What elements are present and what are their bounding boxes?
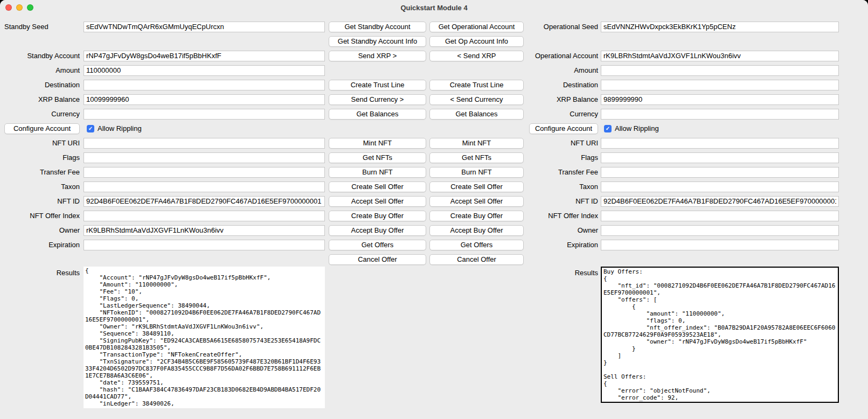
- get-nfts-left-button[interactable]: Get NFTs: [329, 152, 426, 163]
- minimize-button[interactable]: [16, 4, 23, 11]
- checkbox-checked-icon[interactable]: ✓: [87, 125, 94, 132]
- standby-amount-input[interactable]: [84, 65, 325, 76]
- form-area: Standby Seed Get Standby Account Get Ope…: [0, 15, 868, 408]
- get-standby-account-info-button[interactable]: Get Standby Account Info: [329, 36, 426, 47]
- row-flags: Flags Get NFTs Get NFTs Flags: [0, 150, 868, 165]
- operational-owner-input[interactable]: [601, 225, 839, 236]
- row-nft-offer-index: NFT Offer Index Create Buy Offer Create …: [0, 208, 868, 223]
- row-account-info: Get Standby Account Info Get Op Account …: [0, 34, 868, 48]
- operational-transfer-fee-label: Transfer Fee: [529, 168, 598, 176]
- get-balances-left-button[interactable]: Get Balances: [329, 109, 426, 120]
- operational-amount-input[interactable]: [601, 65, 839, 76]
- send-xrp-right-button[interactable]: Send XRP >: [329, 51, 426, 61]
- operational-seed-input[interactable]: [601, 22, 839, 32]
- row-configure: Configure Account ✓ Allow Rippling Confi…: [0, 121, 868, 136]
- operational-results-textarea[interactable]: Buy Offers: { "nft_id": "0008271092D4B6F…: [601, 267, 839, 403]
- operational-allow-rippling-checkbox[interactable]: ✓ Allow Rippling: [601, 124, 839, 132]
- standby-results-label: Results: [4, 269, 80, 277]
- standby-transfer-fee-label: Transfer Fee: [4, 168, 80, 176]
- checkbox-checked-icon[interactable]: ✓: [604, 125, 612, 132]
- row-nft-id: NFT ID Accept Sell Offer Accept Sell Off…: [0, 194, 868, 208]
- row-taxon: Taxon Create Sell Offer Create Sell Offe…: [0, 179, 868, 194]
- standby-balance-label: XRP Balance: [4, 95, 80, 103]
- get-balances-right-button[interactable]: Get Balances: [429, 109, 524, 120]
- standby-destination-input[interactable]: [84, 80, 325, 90]
- standby-offer-index-input[interactable]: [84, 211, 325, 221]
- accept-buy-offer-left-button[interactable]: Accept Buy Offer: [329, 225, 426, 236]
- operational-configure-account-button[interactable]: Configure Account: [529, 123, 598, 134]
- row-destination: Destination Create Trust Line Create Tru…: [0, 78, 868, 92]
- window-title: Quickstart Module 4: [400, 4, 467, 12]
- operational-flags-label: Flags: [529, 153, 598, 162]
- standby-allow-rippling-label: Allow Rippling: [98, 124, 142, 132]
- operational-taxon-label: Taxon: [529, 183, 598, 191]
- create-trust-line-right-button[interactable]: Create Trust Line: [429, 80, 524, 90]
- send-xrp-left-button[interactable]: < Send XRP: [429, 51, 524, 61]
- cancel-offer-left-button[interactable]: Cancel Offer: [329, 254, 426, 265]
- row-nft-uri: NFT URI Mint NFT Mint NFT NFT URI: [0, 136, 868, 150]
- get-offers-right-button[interactable]: Get Offers: [429, 240, 524, 250]
- operational-allow-rippling-label: Allow Rippling: [615, 124, 659, 132]
- standby-transfer-fee-input[interactable]: [84, 167, 325, 178]
- operational-account-input[interactable]: [601, 51, 839, 61]
- accept-sell-offer-left-button[interactable]: Accept Sell Offer: [329, 196, 426, 207]
- operational-nft-id-input[interactable]: [601, 196, 839, 207]
- traffic-lights: [5, 4, 33, 11]
- operational-nft-uri-label: NFT URI: [529, 139, 598, 147]
- standby-results-textarea[interactable]: { "Account": "rNP47gJFvDyW8gsDo4weB17if5…: [84, 267, 325, 408]
- standby-seed-input[interactable]: [84, 22, 325, 32]
- standby-flags-input[interactable]: [84, 152, 325, 163]
- operational-balance-input[interactable]: [601, 94, 839, 105]
- create-buy-offer-left-button[interactable]: Create Buy Offer: [329, 211, 426, 221]
- standby-amount-label: Amount: [4, 66, 80, 74]
- operational-offer-index-input[interactable]: [601, 211, 839, 221]
- row-seed: Standby Seed Get Standby Account Get Ope…: [0, 19, 868, 34]
- operational-nft-id-label: NFT ID: [529, 197, 598, 205]
- operational-amount-label: Amount: [529, 66, 598, 74]
- create-buy-offer-right-button[interactable]: Create Buy Offer: [429, 211, 524, 221]
- standby-configure-account-button[interactable]: Configure Account: [4, 123, 80, 134]
- standby-taxon-input[interactable]: [84, 181, 325, 192]
- create-trust-line-left-button[interactable]: Create Trust Line: [329, 80, 426, 90]
- app-window: Quickstart Module 4 Standby Seed Get Sta…: [0, 0, 868, 419]
- get-op-account-info-button[interactable]: Get Op Account Info: [429, 36, 524, 47]
- standby-seed-label: Standby Seed: [4, 23, 80, 31]
- accept-sell-offer-right-button[interactable]: Accept Sell Offer: [429, 196, 524, 207]
- accept-buy-offer-right-button[interactable]: Accept Buy Offer: [429, 225, 524, 236]
- get-nfts-right-button[interactable]: Get NFTs: [429, 152, 524, 163]
- operational-expiration-input[interactable]: [601, 240, 839, 250]
- standby-expiration-input[interactable]: [84, 240, 325, 250]
- operational-taxon-input[interactable]: [601, 181, 839, 192]
- create-sell-offer-left-button[interactable]: Create Sell Offer: [329, 181, 426, 192]
- operational-owner-label: Owner: [529, 226, 598, 234]
- cancel-offer-right-button[interactable]: Cancel Offer: [429, 254, 524, 265]
- standby-allow-rippling-checkbox[interactable]: ✓ Allow Rippling: [84, 124, 325, 132]
- operational-transfer-fee-input[interactable]: [601, 167, 839, 178]
- burn-nft-right-button[interactable]: Burn NFT: [429, 167, 524, 178]
- operational-offer-index-label: NFT Offer Index: [529, 212, 598, 220]
- create-sell-offer-right-button[interactable]: Create Sell Offer: [429, 181, 524, 192]
- send-currency-left-button[interactable]: < Send Currency: [429, 94, 524, 105]
- standby-currency-input[interactable]: [84, 109, 325, 120]
- close-button[interactable]: [5, 4, 12, 11]
- get-standby-account-button[interactable]: Get Standby Account: [329, 22, 426, 32]
- standby-owner-label: Owner: [4, 226, 80, 234]
- row-account: Standby Account Send XRP > < Send XRP Op…: [0, 48, 868, 63]
- standby-flags-label: Flags: [4, 153, 80, 162]
- get-offers-left-button[interactable]: Get Offers: [329, 240, 426, 250]
- get-operational-account-button[interactable]: Get Operational Account: [429, 22, 524, 32]
- standby-nft-uri-input[interactable]: [84, 138, 325, 149]
- mint-nft-right-button[interactable]: Mint NFT: [429, 138, 524, 149]
- standby-owner-input[interactable]: [84, 225, 325, 236]
- mint-nft-left-button[interactable]: Mint NFT: [329, 138, 426, 149]
- zoom-button[interactable]: [27, 4, 33, 11]
- standby-account-input[interactable]: [84, 51, 325, 61]
- operational-flags-input[interactable]: [601, 152, 839, 163]
- standby-balance-input[interactable]: [84, 94, 325, 105]
- burn-nft-left-button[interactable]: Burn NFT: [329, 167, 426, 178]
- send-currency-right-button[interactable]: Send Currency >: [329, 94, 426, 105]
- operational-destination-input[interactable]: [601, 80, 839, 90]
- standby-nft-id-input[interactable]: [84, 196, 325, 207]
- operational-currency-input[interactable]: [601, 109, 839, 120]
- operational-nft-uri-input[interactable]: [601, 138, 839, 149]
